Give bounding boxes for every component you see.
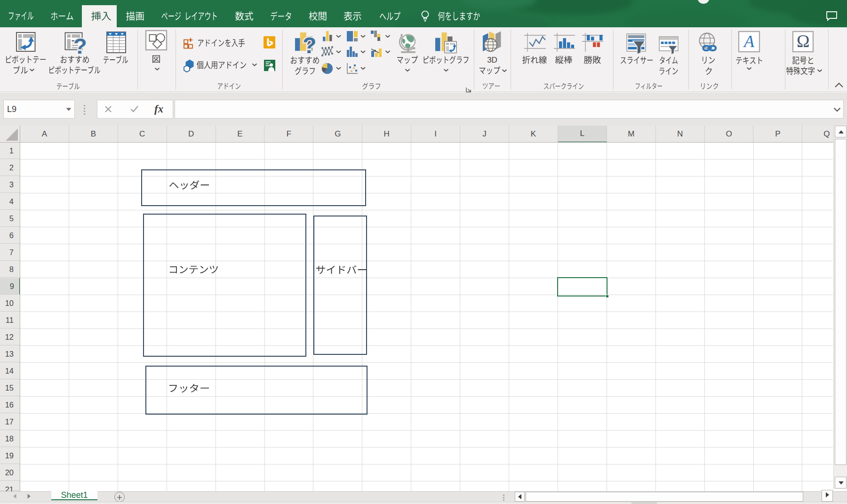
svg-text:3D: 3D [487,56,497,64]
svg-text:A: A [743,32,755,51]
svg-text:?: ? [73,33,87,58]
svg-text:Ω: Ω [797,32,810,51]
svg-text:?: ? [303,33,316,58]
